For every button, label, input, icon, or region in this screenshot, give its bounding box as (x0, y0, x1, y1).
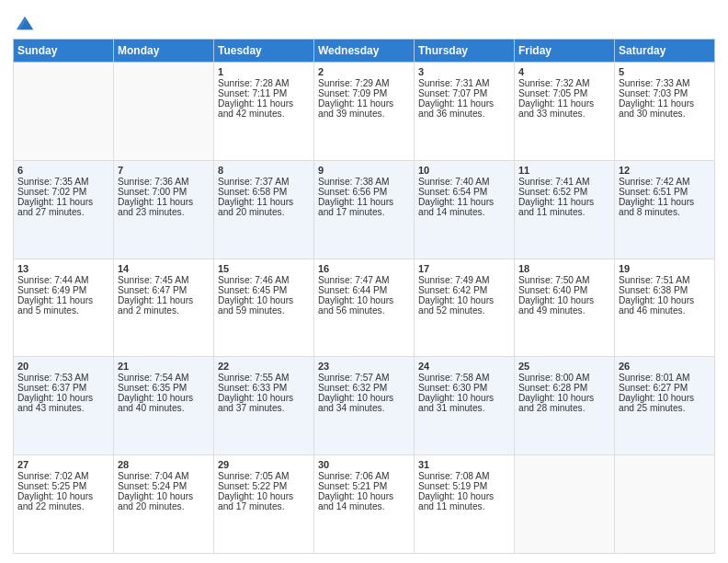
day-number: 29 (218, 459, 310, 470)
daylight-text: Daylight: 10 hours and 49 minutes. (518, 295, 610, 316)
sunset-text: Sunset: 6:42 PM (418, 285, 510, 295)
day-number: 6 (17, 165, 109, 176)
sunrise-text: Sunrise: 7:06 AM (318, 471, 410, 481)
daylight-text: Daylight: 11 hours and 42 minutes. (218, 98, 310, 119)
calendar-cell: 31Sunrise: 7:08 AMSunset: 5:19 PMDayligh… (415, 455, 515, 554)
day-number: 31 (418, 459, 510, 470)
sunset-text: Sunset: 6:58 PM (218, 187, 310, 197)
daylight-text: Daylight: 11 hours and 2 minutes. (118, 295, 210, 316)
daylight-text: Daylight: 11 hours and 8 minutes. (619, 197, 711, 217)
calendar-cell: 17Sunrise: 7:49 AMSunset: 6:42 PMDayligh… (415, 259, 515, 357)
weekday-saturday: Saturday (615, 40, 715, 63)
daylight-text: Daylight: 10 hours and 22 minutes. (17, 491, 109, 511)
calendar-cell: 24Sunrise: 7:58 AMSunset: 6:30 PMDayligh… (415, 357, 515, 455)
calendar-cell (14, 63, 114, 161)
daylight-text: Daylight: 11 hours and 27 minutes. (17, 197, 109, 217)
calendar-cell: 19Sunrise: 7:51 AMSunset: 6:38 PMDayligh… (615, 259, 715, 357)
daylight-text: Daylight: 10 hours and 11 minutes. (418, 491, 510, 511)
day-number: 23 (318, 361, 410, 372)
daylight-text: Daylight: 10 hours and 56 minutes. (318, 295, 410, 316)
sunset-text: Sunset: 6:38 PM (619, 285, 711, 295)
weekday-wednesday: Wednesday (314, 40, 415, 63)
sunrise-text: Sunrise: 7:51 AM (619, 275, 711, 285)
day-number: 13 (17, 263, 109, 274)
calendar-cell: 16Sunrise: 7:47 AMSunset: 6:44 PMDayligh… (314, 259, 415, 357)
week-row-2: 6Sunrise: 7:35 AMSunset: 7:02 PMDaylight… (14, 160, 715, 259)
weekday-header-row: SundayMondayTuesdayWednesdayThursdayFrid… (14, 40, 715, 63)
daylight-text: Daylight: 10 hours and 31 minutes. (418, 393, 510, 413)
header (13, 9, 715, 33)
calendar-cell: 12Sunrise: 7:42 AMSunset: 6:51 PMDayligh… (615, 160, 715, 259)
sunset-text: Sunset: 5:21 PM (318, 481, 410, 491)
calendar-cell: 3Sunrise: 7:31 AMSunset: 7:07 PMDaylight… (415, 63, 515, 161)
sunset-text: Sunset: 6:54 PM (418, 187, 510, 197)
daylight-text: Daylight: 10 hours and 59 minutes. (218, 295, 310, 316)
sunset-text: Sunset: 6:52 PM (518, 187, 610, 197)
daylight-text: Daylight: 10 hours and 34 minutes. (318, 393, 410, 413)
day-number: 8 (218, 165, 310, 176)
sunset-text: Sunset: 5:25 PM (17, 481, 109, 491)
daylight-text: Daylight: 10 hours and 46 minutes. (619, 295, 711, 316)
day-number: 10 (418, 165, 510, 176)
sunset-text: Sunset: 7:11 PM (218, 88, 310, 98)
sunset-text: Sunset: 6:51 PM (619, 187, 711, 197)
daylight-text: Daylight: 10 hours and 14 minutes. (318, 491, 410, 511)
daylight-text: Daylight: 10 hours and 40 minutes. (118, 393, 210, 413)
sunset-text: Sunset: 7:00 PM (118, 187, 210, 197)
sunrise-text: Sunrise: 7:58 AM (418, 373, 510, 383)
day-number: 19 (619, 263, 711, 274)
sunrise-text: Sunrise: 8:01 AM (619, 373, 711, 383)
day-number: 4 (518, 66, 610, 77)
calendar-cell (114, 63, 214, 161)
calendar-cell: 11Sunrise: 7:41 AMSunset: 6:52 PMDayligh… (515, 160, 615, 259)
sunset-text: Sunset: 6:44 PM (318, 285, 410, 295)
day-number: 17 (418, 263, 510, 274)
sunset-text: Sunset: 6:49 PM (17, 285, 109, 295)
calendar-cell: 21Sunrise: 7:54 AMSunset: 6:35 PMDayligh… (114, 357, 214, 455)
calendar-cell (615, 455, 715, 554)
calendar-cell: 26Sunrise: 8:01 AMSunset: 6:27 PMDayligh… (615, 357, 715, 455)
sunset-text: Sunset: 6:40 PM (518, 285, 610, 295)
calendar-cell: 14Sunrise: 7:45 AMSunset: 6:47 PMDayligh… (114, 259, 214, 357)
calendar-cell: 27Sunrise: 7:02 AMSunset: 5:25 PMDayligh… (14, 455, 114, 554)
sunset-text: Sunset: 6:27 PM (619, 383, 711, 393)
sunset-text: Sunset: 7:07 PM (418, 88, 510, 98)
sunrise-text: Sunrise: 7:55 AM (218, 373, 310, 383)
sunset-text: Sunset: 6:47 PM (118, 285, 210, 295)
sunset-text: Sunset: 6:37 PM (17, 383, 109, 393)
calendar-cell: 13Sunrise: 7:44 AMSunset: 6:49 PMDayligh… (14, 259, 114, 357)
sunrise-text: Sunrise: 7:04 AM (118, 471, 210, 481)
day-number: 14 (118, 263, 210, 274)
daylight-text: Daylight: 11 hours and 33 minutes. (518, 98, 610, 119)
sunset-text: Sunset: 7:03 PM (619, 88, 711, 98)
calendar-cell: 2Sunrise: 7:29 AMSunset: 7:09 PMDaylight… (314, 63, 415, 161)
sunrise-text: Sunrise: 7:29 AM (318, 78, 410, 88)
sunrise-text: Sunrise: 7:05 AM (218, 471, 310, 481)
sunrise-text: Sunrise: 7:44 AM (17, 275, 109, 285)
daylight-text: Daylight: 11 hours and 17 minutes. (318, 197, 410, 217)
calendar-table: SundayMondayTuesdayWednesdayThursdayFrid… (13, 39, 715, 554)
daylight-text: Daylight: 11 hours and 23 minutes. (118, 197, 210, 217)
daylight-text: Daylight: 11 hours and 11 minutes. (518, 197, 610, 217)
sunset-text: Sunset: 6:35 PM (118, 383, 210, 393)
sunset-text: Sunset: 6:30 PM (418, 383, 510, 393)
calendar-cell: 6Sunrise: 7:35 AMSunset: 7:02 PMDaylight… (14, 160, 114, 259)
day-number: 12 (619, 165, 711, 176)
calendar-cell: 28Sunrise: 7:04 AMSunset: 5:24 PMDayligh… (114, 455, 214, 554)
daylight-text: Daylight: 10 hours and 37 minutes. (218, 393, 310, 413)
sunset-text: Sunset: 6:32 PM (318, 383, 410, 393)
calendar-cell (515, 455, 615, 554)
day-number: 30 (318, 459, 410, 470)
day-number: 22 (218, 361, 310, 372)
sunset-text: Sunset: 5:19 PM (418, 481, 510, 491)
daylight-text: Daylight: 10 hours and 43 minutes. (17, 393, 109, 413)
calendar-cell: 1Sunrise: 7:28 AMSunset: 7:11 PMDaylight… (214, 63, 314, 161)
sunrise-text: Sunrise: 7:54 AM (118, 373, 210, 383)
sunrise-text: Sunrise: 7:41 AM (518, 177, 610, 187)
calendar-cell: 8Sunrise: 7:37 AMSunset: 6:58 PMDaylight… (214, 160, 314, 259)
daylight-text: Daylight: 11 hours and 39 minutes. (318, 98, 410, 119)
week-row-4: 20Sunrise: 7:53 AMSunset: 6:37 PMDayligh… (14, 357, 715, 455)
daylight-text: Daylight: 10 hours and 17 minutes. (218, 491, 310, 511)
sunrise-text: Sunrise: 7:42 AM (619, 177, 711, 187)
sunrise-text: Sunrise: 7:33 AM (619, 78, 711, 88)
